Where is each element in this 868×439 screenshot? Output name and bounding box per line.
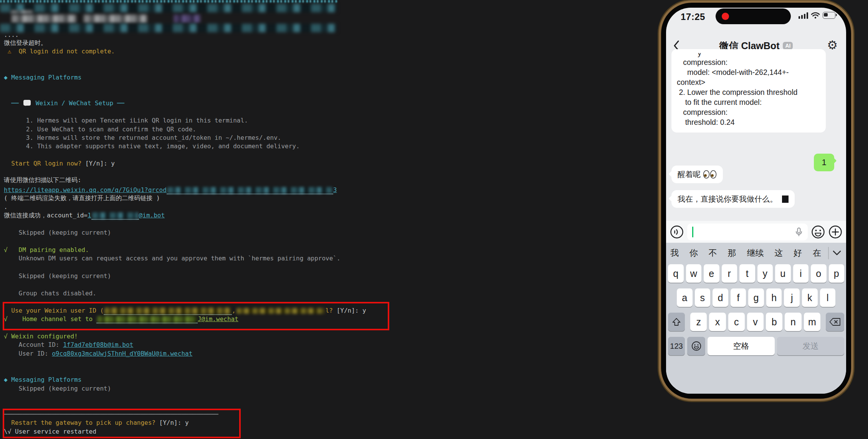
send-key[interactable]: 发送 bbox=[777, 337, 844, 355]
key-c[interactable]: c bbox=[728, 313, 745, 331]
emoji-key[interactable] bbox=[687, 337, 705, 355]
terminal-text: Unknown DM users can request access and … bbox=[4, 255, 341, 262]
highlight-box-1 bbox=[3, 302, 389, 330]
numbers-key[interactable]: 123 bbox=[668, 337, 685, 355]
terminal-line: .... bbox=[4, 31, 19, 39]
key-z[interactable]: z bbox=[690, 313, 707, 331]
shift-icon bbox=[672, 317, 681, 326]
terminal-line: Skipped (keeping current) bbox=[4, 229, 111, 237]
message-input-bar bbox=[666, 221, 846, 243]
key-t[interactable]: t bbox=[739, 264, 755, 283]
terminal-text: 2. Use WeChat to scan and confirm the QR… bbox=[4, 126, 196, 133]
candidate-这[interactable]: 这 bbox=[774, 247, 783, 259]
emoji-icon[interactable] bbox=[811, 225, 825, 239]
redacted-text bbox=[174, 15, 200, 23]
redacted-text bbox=[84, 15, 147, 23]
terminal-line: . bbox=[4, 203, 8, 211]
terminal-text: √ DM pairing enabled. bbox=[4, 246, 89, 253]
key-w[interactable]: w bbox=[686, 264, 702, 283]
candidate-在[interactable]: 在 bbox=[813, 247, 821, 259]
keyboard: 我你不那继续这好在 qwertyuiop asdfghjkl bbox=[666, 243, 846, 394]
key-p[interactable]: p bbox=[829, 264, 845, 283]
key-r[interactable]: r bbox=[722, 264, 737, 283]
terminal-text: 1. Hermes will open Tencent iLink QR log… bbox=[4, 117, 248, 124]
candidate-继续[interactable]: 继续 bbox=[747, 247, 764, 259]
key-i[interactable]: i bbox=[793, 264, 809, 283]
terminal-text: 微信连接成功，account_id= bbox=[4, 212, 88, 219]
redacted-text bbox=[11, 10, 33, 13]
battery-icon bbox=[823, 12, 835, 19]
backspace-key[interactable] bbox=[826, 313, 844, 331]
key-j[interactable]: j bbox=[784, 288, 800, 307]
terminal-text: Skipped (keeping current) bbox=[4, 229, 111, 236]
terminal-link[interactable]: https://liteapp.weixin.qq.com/q/7GiQu1?q… bbox=[4, 186, 167, 194]
key-x[interactable]: x bbox=[709, 313, 726, 331]
terminal-line: 微信登录超时。 bbox=[4, 39, 47, 47]
terminal-text: Skipped (keeping current) bbox=[4, 272, 111, 280]
key-h[interactable]: h bbox=[766, 288, 782, 307]
terminal-line: Skipped (keeping current) bbox=[4, 384, 111, 393]
terminal-link[interactable]: 1f7ad7ebf08b@im.bot bbox=[63, 341, 133, 348]
terminal-link[interactable]: @im.bot bbox=[139, 212, 165, 219]
desktop: ....微信登录超时。 ⚠ QR login did not complete.… bbox=[0, 0, 868, 439]
candidate-你[interactable]: 你 bbox=[689, 247, 698, 259]
candidate-不[interactable]: 不 bbox=[709, 247, 717, 259]
terminal-text: Weixin / WeChat Setup ── bbox=[36, 99, 124, 107]
key-f[interactable]: f bbox=[731, 288, 746, 307]
key-q[interactable]: q bbox=[668, 264, 684, 283]
candidate-那[interactable]: 那 bbox=[728, 247, 736, 259]
key-a[interactable]: a bbox=[677, 288, 693, 307]
gear-icon[interactable]: ⚙ bbox=[827, 39, 838, 51]
key-u[interactable]: u bbox=[775, 264, 791, 283]
key-n[interactable]: n bbox=[785, 313, 801, 331]
redacted-inline bbox=[92, 212, 138, 219]
key-o[interactable]: o bbox=[811, 264, 827, 283]
candidate-好[interactable]: 好 bbox=[794, 247, 802, 259]
terminal-text: 3. Hermes will store the returned accoun… bbox=[4, 134, 281, 141]
plus-icon[interactable] bbox=[828, 225, 842, 239]
shift-key[interactable] bbox=[668, 313, 685, 331]
dynamic-island bbox=[716, 8, 791, 24]
candidate-我[interactable]: 我 bbox=[670, 247, 679, 259]
key-d[interactable]: d bbox=[713, 288, 728, 307]
terminal-line: ◆ Messaging Platforms bbox=[4, 73, 81, 82]
candidate-separator bbox=[828, 247, 829, 259]
key-m[interactable]: m bbox=[804, 313, 820, 331]
key-s[interactable]: s bbox=[695, 288, 711, 307]
terminal-line: ── Weixin / WeChat Setup ── bbox=[4, 99, 124, 108]
key-y[interactable]: y bbox=[757, 264, 773, 283]
terminal-text: 请使用微信扫描以下二维码: bbox=[4, 176, 81, 184]
bot-message-bubble: 醒着呢 bbox=[671, 166, 723, 183]
terminal-line: 4. This adapter supports native text, im… bbox=[4, 142, 300, 151]
terminal-text: ◆ Messaging Platforms bbox=[4, 376, 81, 383]
cursor-block bbox=[782, 195, 789, 203]
message-text-line: to fit the current model: bbox=[677, 97, 820, 107]
key-v[interactable]: v bbox=[747, 313, 764, 331]
key-g[interactable]: g bbox=[748, 288, 764, 307]
terminal-line: User ID: o9cq80xg3mcaUwjSThnH_dY0BWaU@im… bbox=[4, 350, 192, 358]
terminal-line: Start QR login now? [Y/n]: y bbox=[4, 159, 115, 168]
message-text: 我在，直接说你要我做什么。 bbox=[678, 194, 777, 204]
terminal-link[interactable]: 1 bbox=[88, 212, 91, 219]
key-k[interactable]: k bbox=[802, 288, 818, 307]
candidate-bar: 我你不那继续这好在 bbox=[666, 243, 846, 263]
message-input[interactable] bbox=[687, 224, 808, 240]
iphone-frame: 17:25 微信 Cl bbox=[661, 3, 851, 399]
terminal-text: ( 终端二维码渲染失败，请直接打开上面的二维码链接 ) bbox=[4, 194, 160, 202]
wifi-icon bbox=[811, 12, 820, 19]
terminal-line: ⚠ QR login did not complete. bbox=[4, 47, 115, 56]
terminal-link[interactable]: o9cq80xg3mcaUwjSThnH_dY0BWaU@im.wechat bbox=[52, 350, 192, 357]
space-key[interactable]: 空格 bbox=[708, 337, 775, 355]
key-row-3: zxcvbnm bbox=[668, 313, 844, 331]
chevron-down-icon[interactable] bbox=[833, 250, 841, 256]
terminal-line: 1. Hermes will open Tencent iLink QR log… bbox=[4, 116, 248, 125]
voice-message-icon[interactable] bbox=[670, 225, 684, 239]
key-b[interactable]: b bbox=[766, 313, 782, 331]
terminal-line: √ Weixin configured! bbox=[4, 332, 78, 341]
terminal-text bbox=[4, 160, 11, 167]
terminal-link[interactable]: 3 bbox=[333, 186, 337, 194]
key-l[interactable]: l bbox=[820, 288, 836, 307]
redacted-text bbox=[0, 0, 337, 3]
dictation-mic-icon[interactable] bbox=[795, 227, 802, 237]
key-e[interactable]: e bbox=[704, 264, 719, 283]
